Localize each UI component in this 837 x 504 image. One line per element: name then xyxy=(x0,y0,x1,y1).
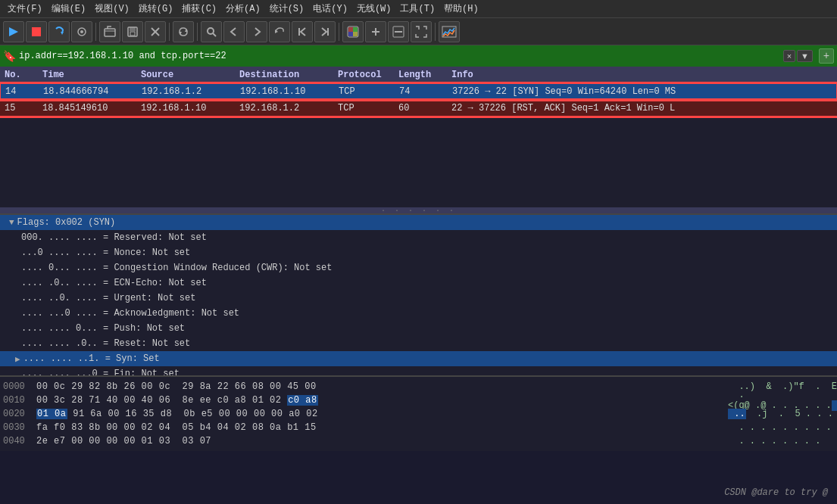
toolbar-forward-btn[interactable] xyxy=(246,21,267,42)
toolbar-close-btn[interactable] xyxy=(145,21,166,42)
menu-goto[interactable]: 跳转(G) xyxy=(134,1,178,17)
svg-line-14 xyxy=(213,33,216,36)
cell-dest-15: 192.168.1.2 xyxy=(236,103,335,114)
menu-statistics[interactable]: 统计(S) xyxy=(265,1,309,17)
panel-divider[interactable]: · · · · · · xyxy=(0,207,837,213)
expand-icon-9[interactable]: ▶ xyxy=(15,354,20,364)
hex-bytes-4: 2e e7 00 00 00 00 01 03 03 07 xyxy=(36,436,722,446)
cell-proto-14: TCP xyxy=(336,86,396,97)
hex-row-2: 0020 01 0a 91 6a 00 16 35 d8 0b e5 00 00… xyxy=(3,407,834,421)
svg-rect-7 xyxy=(130,27,136,31)
toolbar-next-btn[interactable] xyxy=(314,21,336,42)
filter-close-btn[interactable]: × xyxy=(783,50,795,62)
svg-rect-8 xyxy=(130,32,135,36)
toolbar-back-btn[interactable] xyxy=(223,21,245,42)
detail-text-8: .... .... .0.. = Reset: Not set xyxy=(21,338,190,349)
toolbar-colorize-btn[interactable] xyxy=(342,21,364,42)
svg-rect-5 xyxy=(105,29,115,36)
filter-controls: × ▼ xyxy=(783,50,813,62)
toolbar-start-btn[interactable] xyxy=(3,21,24,42)
hex-pane: 0000 00 0c 29 82 8b 26 00 0c 29 8a 22 66… xyxy=(0,375,837,451)
toolbar-stop-btn[interactable] xyxy=(26,21,47,42)
menubar: 文件(F) 编辑(E) 视图(V) 跳转(G) 捕获(C) 分析(A) 统计(S… xyxy=(0,0,837,18)
detail-row-3[interactable]: .... 0... .... = Congestion Window Reduc… xyxy=(0,260,837,275)
menu-view[interactable]: 视图(V) xyxy=(90,1,134,17)
packet-row-14[interactable]: 14 18.844666794 192.168.1.2 192.168.1.10… xyxy=(0,83,837,100)
toolbar xyxy=(0,18,837,45)
header-no: No. xyxy=(2,70,39,80)
hex-offset-0: 0000 xyxy=(3,381,30,392)
hex-ascii-1: .<(q@ .@ . . . . . . .. xyxy=(728,390,834,411)
toolbar-reload-btn[interactable] xyxy=(173,21,194,42)
detail-row-6[interactable]: .... ...0 .... = Acknowledgment: Not set xyxy=(0,306,837,321)
packet-row-15[interactable]: 15 18.845149610 192.168.1.10 192.168.1.2… xyxy=(0,100,837,117)
detail-row-1[interactable]: 000. .... .... = Reserved: Not set xyxy=(0,230,837,245)
detail-row-7[interactable]: .... .... 0... = Push: Not set xyxy=(0,321,837,336)
menu-capture[interactable]: 捕获(C) xyxy=(177,1,221,17)
cell-info-14: 37226 → 22 [SYN] Seq=0 Win=64240 Len=0 M… xyxy=(449,86,835,97)
menu-help[interactable]: 帮助(H) xyxy=(439,1,483,17)
toolbar-sep-5 xyxy=(435,23,436,41)
detail-row-10[interactable]: .... .... ...0 = Fin: Not set xyxy=(0,366,837,375)
header-protocol: Protocol xyxy=(335,70,395,80)
svg-rect-19 xyxy=(348,27,353,32)
hex-highlight-2: 01 0a xyxy=(36,409,67,419)
filter-input[interactable] xyxy=(19,51,780,61)
menu-edit[interactable]: 编辑(E) xyxy=(47,1,91,17)
hex-ascii-2: .. .j . 5 . . . . . . j 5 xyxy=(728,409,834,419)
hex-offset-3: 0030 xyxy=(3,422,30,433)
menu-file[interactable]: 文件(F) xyxy=(3,1,47,17)
header-info: Info xyxy=(448,70,835,80)
svg-rect-20 xyxy=(353,27,358,32)
menu-wireless[interactable]: 无线(W) xyxy=(352,1,396,17)
toolbar-prev-btn[interactable] xyxy=(292,21,313,42)
packet-list: No. Time Source Destination Protocol Len… xyxy=(0,67,837,117)
filter-icon: 🔖 xyxy=(3,50,16,63)
detail-row-0[interactable]: ▼ Flags: 0x002 (SYN) xyxy=(0,215,837,230)
hex-bytes-0: 00 0c 29 82 8b 26 00 0c 29 8a 22 66 08 0… xyxy=(36,381,722,392)
hex-bytes-3: fa f0 83 8b 00 00 02 04 05 b4 04 02 08 0… xyxy=(36,422,722,433)
detail-text-10: .... .... ...0 = Fin: Not set xyxy=(21,369,180,375)
toolbar-zoom-in-btn[interactable] xyxy=(365,21,386,42)
toolbar-fullscreen-btn[interactable] xyxy=(411,21,432,42)
hex-highlight-1: c0 a8 xyxy=(287,395,318,406)
toolbar-search-btn[interactable] xyxy=(201,21,222,42)
packet-details: ▼ Flags: 0x002 (SYN) 000. .... .... = Re… xyxy=(0,213,837,375)
cell-info-15: 22 → 37226 [RST, ACK] Seq=1 Ack=1 Win=0 … xyxy=(448,103,835,114)
main-container: 文件(F) 编辑(E) 视图(V) 跳转(G) 捕获(C) 分析(A) 统计(S… xyxy=(0,0,837,504)
toolbar-save-btn[interactable] xyxy=(122,21,143,42)
cell-source-14: 192.168.1.2 xyxy=(139,86,237,97)
toolbar-open-btn[interactable] xyxy=(99,21,120,42)
expand-icon-0[interactable]: ▼ xyxy=(9,218,14,227)
detail-row-8[interactable]: .... .... .0.. = Reset: Not set xyxy=(0,336,837,351)
filter-add-btn[interactable]: + xyxy=(819,48,834,64)
detail-row-4[interactable]: .... .0.. .... = ECN-Echo: Not set xyxy=(0,275,837,291)
svg-rect-1 xyxy=(32,27,41,36)
empty-middle-area xyxy=(0,117,837,207)
detail-row-5[interactable]: .... ..0. .... = Urgent: Not set xyxy=(0,291,837,306)
filter-bookmark-btn[interactable]: ▼ xyxy=(797,50,813,62)
cell-len-15: 60 xyxy=(395,103,448,114)
detail-text-1: 000. .... .... = Reserved: Not set xyxy=(21,232,207,243)
detail-row-9[interactable]: ▶ .... .... ..1. = Syn: Set xyxy=(0,351,837,366)
hex-ascii-4: . . . . . . . . xyxy=(728,436,834,446)
cell-no-15: 15 xyxy=(2,103,39,114)
menu-analyze[interactable]: 分析(A) xyxy=(221,1,265,17)
svg-point-13 xyxy=(208,28,214,34)
toolbar-options-btn[interactable] xyxy=(71,21,92,42)
toolbar-zoom-out-btn[interactable] xyxy=(388,21,409,42)
svg-rect-22 xyxy=(353,32,358,36)
svg-marker-0 xyxy=(9,27,18,36)
menu-telephony[interactable]: 电话(Y) xyxy=(308,1,352,17)
toolbar-undo-btn[interactable] xyxy=(269,21,290,42)
toolbar-restart-btn[interactable] xyxy=(48,21,70,42)
toolbar-sep-2 xyxy=(169,23,170,41)
header-destination: Destination xyxy=(236,70,335,80)
detail-row-2[interactable]: ...0 .... .... = Nonce: Not set xyxy=(0,245,837,260)
header-length: Length xyxy=(395,70,448,80)
detail-text-6: .... ...0 .... = Acknowledgment: Not set xyxy=(21,308,239,319)
toolbar-io-graph-btn[interactable] xyxy=(439,21,460,42)
hex-bytes-1: 00 3c 28 71 40 00 40 06 8e ee c0 a8 01 0… xyxy=(36,395,722,406)
menu-tools[interactable]: 工具(T) xyxy=(395,1,439,17)
cell-len-14: 74 xyxy=(396,86,449,97)
